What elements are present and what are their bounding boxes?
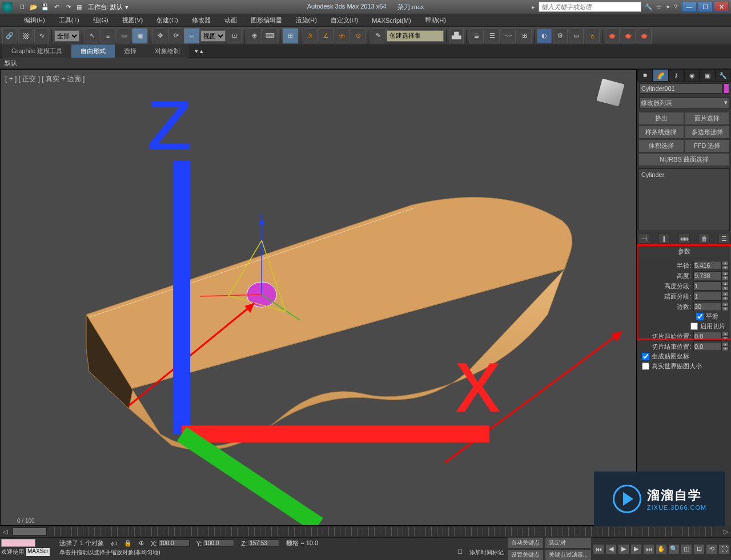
extrude-button[interactable]: 挤出 [638, 112, 684, 125]
modifier-list-dropdown[interactable]: 修改器列表▾ [639, 97, 729, 109]
menu-create[interactable]: 创建(C) [150, 14, 184, 26]
workspace-selector[interactable]: 工作台: 默认▾ [88, 3, 128, 11]
viewport[interactable]: [ + ] [ 正交 ] [ 真实 + 边面 ] [0, 69, 637, 526]
zoom-icon[interactable]: 🔍 [668, 544, 680, 554]
bind-icon[interactable]: ∿ [34, 29, 49, 43]
select-name-icon[interactable]: ≡ [101, 29, 115, 43]
edit-named-sel-icon[interactable]: ✎ [371, 29, 385, 43]
search-input[interactable] [539, 2, 641, 12]
ref-coord-system[interactable]: 视图 [200, 30, 226, 42]
stack-item-cylinder[interactable]: Cylinder [641, 171, 727, 178]
percent-snap-icon[interactable]: % [335, 29, 350, 43]
orbit-icon[interactable]: ⟲ [706, 544, 717, 554]
set-key-button[interactable]: 设置关键点 [507, 549, 544, 560]
menu-views[interactable]: 视图(V) [115, 14, 150, 26]
infocenter-icon-3[interactable]: ✦ [665, 3, 670, 11]
radius-down[interactable]: ▼ [722, 265, 729, 270]
remove-mod-icon[interactable]: 🗑 [698, 233, 710, 244]
cseg-field[interactable] [693, 292, 722, 301]
abs-rel-icon[interactable]: ⊕ [139, 539, 144, 547]
infocenter-icon-2[interactable]: ☆ [656, 3, 662, 11]
radius-up[interactable]: ▲ [722, 261, 729, 265]
create-tab-icon[interactable]: ✹ [637, 69, 653, 82]
menu-tools[interactable]: 工具(T) [52, 14, 86, 26]
selection-filter[interactable]: 全部 [54, 30, 79, 42]
x-coord-field[interactable] [158, 539, 190, 547]
timeline-right-icon[interactable]: ▷ [721, 528, 731, 535]
lock-icon[interactable]: 🏷 [111, 540, 117, 547]
unlink-icon[interactable]: ⛓ [18, 29, 33, 43]
timeline-ruler[interactable] [49, 527, 721, 536]
menu-edit[interactable]: 编辑(E) [17, 14, 52, 26]
poly-select-button[interactable]: 多边形选择 [685, 126, 730, 139]
rotate-icon[interactable]: ⟳ [168, 29, 183, 43]
rendered-frame-icon[interactable]: ▭ [569, 29, 584, 43]
tab-freeform[interactable]: 自由形式 [71, 45, 115, 58]
object-name-field[interactable] [639, 83, 722, 94]
modifier-stack[interactable]: Cylinder [638, 168, 730, 231]
material-editor-icon[interactable]: ◐ [537, 29, 552, 43]
time-slider[interactable]: 0 / 100 [13, 527, 47, 535]
render-setup-icon[interactable]: ⚙ [553, 29, 568, 43]
snap-toggle-icon[interactable]: ⊞ [283, 29, 298, 43]
menu-animation[interactable]: 动画 [218, 14, 244, 26]
nurbs-select-button[interactable]: NURBS 曲面选择 [638, 153, 730, 166]
window-crossing-icon[interactable]: ▣ [132, 29, 147, 43]
teapot-3-icon[interactable]: 🫖 [637, 29, 652, 43]
help-icon[interactable]: ? [674, 3, 677, 10]
select-icon[interactable]: ↖ [85, 29, 99, 43]
new-icon[interactable]: 🗋 [17, 2, 27, 12]
scale-icon[interactable]: ▱ [184, 29, 199, 43]
real-world-checkbox[interactable] [642, 362, 649, 370]
slice-to-field[interactable] [693, 342, 722, 351]
open-icon[interactable]: 📂 [29, 2, 39, 12]
hseg-field[interactable] [693, 281, 722, 291]
menu-customize[interactable]: 自定义(U) [324, 14, 365, 26]
viewport-label[interactable]: [ + ] [ 正交 ] [ 真实 + 边面 ] [5, 74, 85, 84]
radius-field[interactable] [693, 261, 722, 270]
infocenter-icon-1[interactable]: 🔧 [645, 3, 653, 11]
minimize-button[interactable]: — [682, 2, 697, 12]
rollout-header[interactable]: 参数 [637, 245, 731, 257]
smooth-checkbox[interactable] [696, 313, 704, 320]
snap-3-icon[interactable]: 3 [303, 29, 318, 43]
app-menu-icon[interactable] [2, 2, 13, 12]
hierarchy-tab-icon[interactable]: ⚷ [669, 69, 684, 82]
goto-start-icon[interactable]: ⏮ [593, 544, 604, 554]
schematic-icon[interactable]: ⊞ [517, 29, 532, 43]
pan-icon[interactable]: ✋ [656, 544, 667, 554]
timeline-left-icon[interactable]: ◁ [0, 528, 10, 535]
move-icon[interactable]: ✥ [152, 29, 167, 43]
configure-sets-icon[interactable]: ☰ [718, 233, 730, 244]
lock-selection-icon[interactable]: 🔒 [124, 539, 132, 547]
vol-select-button[interactable]: 体积选择 [638, 139, 684, 152]
teapot-2-icon[interactable]: 🫖 [621, 29, 636, 43]
render-icon[interactable]: ☼ [585, 29, 600, 43]
menu-help[interactable]: 帮助(H) [418, 14, 453, 26]
object-color-swatch[interactable] [724, 83, 729, 94]
modify-tab-icon[interactable]: 🌈 [653, 69, 668, 82]
utilities-tab-icon[interactable]: 🔧 [716, 69, 731, 82]
angle-snap-icon[interactable]: ∠ [319, 29, 334, 43]
manipulate-icon[interactable]: ⊕ [247, 29, 262, 43]
sides-field[interactable] [693, 302, 722, 311]
zoom-ext-icon[interactable]: ⊡ [693, 544, 705, 554]
motion-tab-icon[interactable]: ◉ [684, 69, 700, 82]
prev-frame-icon[interactable]: ◀ [605, 544, 617, 554]
key-filters-button[interactable]: 关键点过滤器... [545, 549, 592, 560]
align-icon[interactable]: ≣ [469, 29, 484, 43]
make-unique-icon[interactable]: ᚔ [678, 233, 690, 244]
ribbon-expand-icon[interactable]: ▾ ▴ [195, 47, 203, 55]
tab-selection[interactable]: 选择 [115, 45, 146, 58]
keyboard-icon[interactable]: ⌨ [263, 29, 278, 43]
z-coord-field[interactable] [248, 539, 279, 547]
curve-editor-icon[interactable]: 〰 [501, 29, 516, 43]
gen-uv-checkbox[interactable] [642, 353, 649, 360]
menu-maxscript[interactable]: MAXScript(M) [365, 15, 417, 26]
named-selection-sets[interactable]: 创建选择集 [387, 30, 444, 42]
mirror-icon[interactable]: ▟▙ [449, 29, 464, 43]
max-viewport-icon[interactable]: ⛶ [718, 544, 730, 554]
tab-graphite[interactable]: Graphite 建模工具 [2, 45, 71, 58]
selected-obj-dd[interactable]: 选定对 [545, 537, 592, 549]
menu-rendering[interactable]: 渲染(R) [289, 14, 324, 26]
